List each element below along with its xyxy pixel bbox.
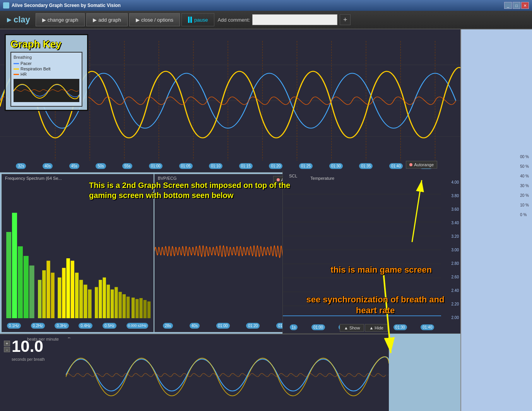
scl-y-2.40: 2.40	[452, 288, 459, 293]
scl-y-3.60: 3.60	[452, 207, 459, 211]
autorange-button-top[interactable]: Autorange	[406, 161, 437, 169]
scl-percent-labels: 00 % 50 % 40 % 30 % 20 % 10 % 0 %	[520, 155, 529, 217]
bpm-plus-button[interactable]: +	[4, 341, 10, 346]
pct-10: 10 %	[520, 203, 529, 207]
svg-rect-48	[139, 298, 142, 318]
pause-button[interactable]: pause	[181, 13, 214, 26]
main-annotation: This is a 2nd Graph Screen shot imposed …	[89, 180, 298, 200]
bpm-display: + - 10.0 seconds per breath	[4, 338, 43, 355]
add-graph-button[interactable]: ▶ add graph	[86, 13, 128, 26]
main-area: Breathing 1.19 0.50 0.00 71 54 73 50 69 …	[0, 29, 460, 411]
sync-annotation: see synchronization of breath and heart …	[298, 294, 453, 316]
svg-rect-49	[144, 300, 147, 318]
scl-title: SCL	[286, 172, 300, 180]
svg-rect-22	[18, 246, 23, 318]
time-0140: 01:40	[389, 163, 403, 169]
bottom-waveform-svg	[66, 338, 389, 411]
bpm-minus-button[interactable]: -	[4, 347, 10, 352]
scl-t-0130: 01:30	[393, 324, 407, 330]
scl-t-0140: 01:40	[421, 324, 434, 330]
freq-s2hz: 0.000 s2/Hz	[127, 323, 148, 329]
freq-spectrum-title: Frequency Spectrum (64 Se...	[5, 176, 62, 181]
svg-rect-29	[58, 278, 61, 318]
add-comment-input[interactable]	[252, 14, 337, 25]
temp-title: Temperature	[310, 176, 334, 181]
bpm-value-display: 10.0	[12, 337, 43, 355]
time-55s: 55s	[122, 163, 132, 169]
clay-label: ▶ clay	[3, 13, 34, 26]
svg-rect-37	[95, 287, 98, 318]
add-comment-area: Add comment: +	[217, 14, 351, 25]
add-comment-plus-button[interactable]: +	[340, 14, 351, 25]
pct-20: 20 %	[520, 193, 529, 198]
svg-rect-50	[147, 302, 151, 318]
svg-rect-46	[132, 298, 135, 318]
scl-y-3.20: 3.20	[452, 234, 459, 239]
close-options-arrow: ▶	[136, 17, 140, 23]
pause-icon	[188, 17, 192, 23]
show-hide-buttons: ▲ Show ▲ Hide	[340, 324, 388, 332]
time-0105: 01:05	[179, 163, 193, 169]
close-options-button[interactable]: ▶ close / options	[129, 13, 180, 26]
time-32s: 32s	[16, 163, 26, 169]
graph-key-content: Breathing Pacer Respiration Belt HR	[10, 52, 82, 107]
close-button[interactable]: ✕	[521, 2, 529, 9]
title-bar: Alive Secondary Graph Screen by Somatic …	[0, 0, 532, 11]
bvp-time-labels: 28s 40s 01:00 01:20 01:40	[155, 323, 298, 329]
scl-t-0100: 01:00	[311, 324, 325, 330]
freq-0.2hz: 0.2Hz	[31, 323, 45, 329]
show-button[interactable]: ▲ Show	[340, 324, 364, 332]
hide-button[interactable]: ▲ Hide	[365, 324, 388, 332]
svg-rect-36	[88, 290, 91, 318]
window-title: Alive Secondary Graph Screen by Somatic …	[12, 3, 121, 8]
scl-y-3.80: 3.80	[452, 194, 459, 198]
legend-respiration-label: Respiration Belt	[21, 67, 51, 71]
menu-bar: ▶ clay ▶ change graph ▶ add graph ▶ clos…	[0, 11, 532, 29]
bpm-plus-minus: + -	[4, 341, 10, 352]
scl-y-3.40: 3.40	[452, 221, 459, 225]
game-annotation: this is main game screen	[313, 264, 449, 276]
svg-rect-34	[79, 280, 83, 318]
svg-rect-45	[127, 297, 130, 318]
add-comment-label: Add comment:	[217, 17, 250, 23]
freq-0.1hz: 0.1Hz	[7, 323, 21, 329]
time-50s: 50s	[96, 163, 106, 169]
pct-00: 00 %	[520, 155, 529, 159]
legend-respiration: Respiration Belt	[14, 67, 79, 71]
minimize-button[interactable]: _	[504, 2, 512, 9]
pct-40: 40 %	[520, 174, 529, 178]
svg-rect-40	[107, 285, 110, 318]
right-panel: ● 2/Hz 00 % 50 % 40 % 30 % 20 % 10 % 0 %	[460, 0, 532, 411]
freq-0.3hz: 0.3Hz	[55, 323, 68, 329]
seconds-per-breath: seconds per breath	[12, 357, 45, 362]
bvp-waveform-svg	[155, 184, 298, 318]
bvp-t-40s: 40s	[190, 323, 200, 329]
scl-y-3.00: 3.00	[452, 248, 459, 252]
scl-t-1s: 1s	[290, 324, 298, 330]
time-0115: 01:15	[239, 163, 253, 169]
scl-y-2.80: 2.80	[452, 261, 459, 266]
svg-rect-27	[46, 261, 50, 318]
svg-rect-30	[62, 268, 65, 318]
time-0110: 01:10	[209, 163, 222, 169]
window-controls: _ □ ✕	[504, 2, 529, 9]
scl-y-2.60: 2.60	[452, 275, 459, 279]
svg-rect-31	[67, 258, 70, 318]
bvp-t-0120: 01:20	[246, 323, 260, 329]
time-0125: 01:25	[299, 163, 313, 169]
maximize-button[interactable]: □	[513, 2, 520, 9]
freq-0.4hz: 0.4Hz	[79, 323, 92, 329]
legend-hr: HR	[14, 72, 79, 77]
svg-rect-44	[123, 294, 126, 318]
bvp-t-0100: 01:00	[216, 323, 230, 329]
svg-rect-24	[29, 266, 34, 318]
bpm-number-container: 10.0 seconds per breath	[12, 338, 43, 355]
bvp-t-28s: 28s	[163, 323, 173, 329]
svg-rect-26	[42, 270, 46, 318]
breathing-key-label: Breathing	[14, 55, 79, 60]
change-graph-button[interactable]: ▶ change graph	[36, 13, 85, 26]
svg-rect-41	[111, 290, 114, 318]
svg-rect-23	[24, 256, 29, 318]
svg-rect-32	[71, 261, 74, 318]
autorange-dot	[409, 163, 412, 166]
